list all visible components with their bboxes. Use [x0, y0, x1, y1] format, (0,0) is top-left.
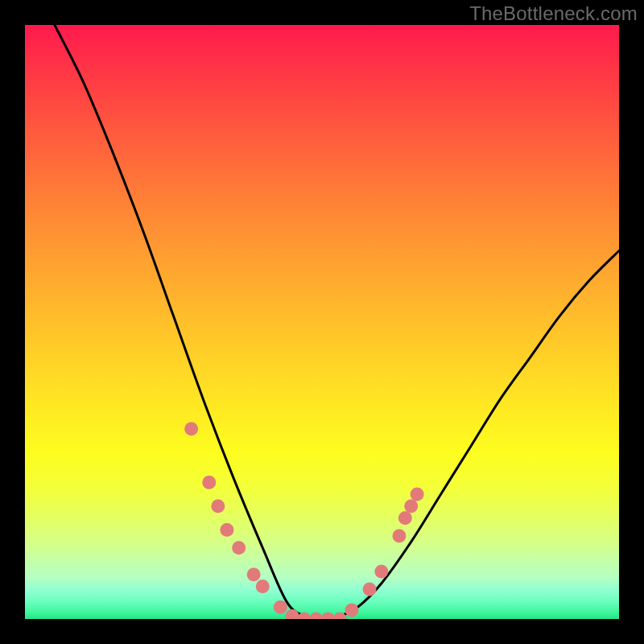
marker-dot: [256, 580, 270, 593]
marker-dot: [184, 422, 198, 436]
plot-area: [25, 25, 619, 619]
marker-dot: [392, 529, 406, 543]
marker-dot: [232, 541, 246, 555]
marker-dot: [321, 613, 335, 620]
watermark-text: TheBottleneck.com: [469, 2, 638, 25]
marker-dot: [274, 601, 287, 614]
marker-dot: [411, 488, 424, 502]
chart-svg: [25, 25, 619, 619]
marker-dot: [404, 499, 418, 513]
chart-frame: TheBottleneck.com: [0, 0, 644, 644]
marker-dot: [211, 499, 225, 513]
marker-dot: [363, 583, 377, 597]
bottleneck-curve: [55, 25, 619, 619]
marker-dot: [398, 511, 412, 525]
marker-dot: [286, 609, 299, 619]
marker-dot: [309, 613, 323, 620]
marker-dot: [345, 603, 358, 617]
marker-dot: [374, 564, 388, 578]
marker-dot: [202, 476, 216, 489]
marker-dot: [247, 568, 261, 581]
highlight-markers: [184, 422, 423, 619]
marker-dot: [220, 523, 233, 537]
